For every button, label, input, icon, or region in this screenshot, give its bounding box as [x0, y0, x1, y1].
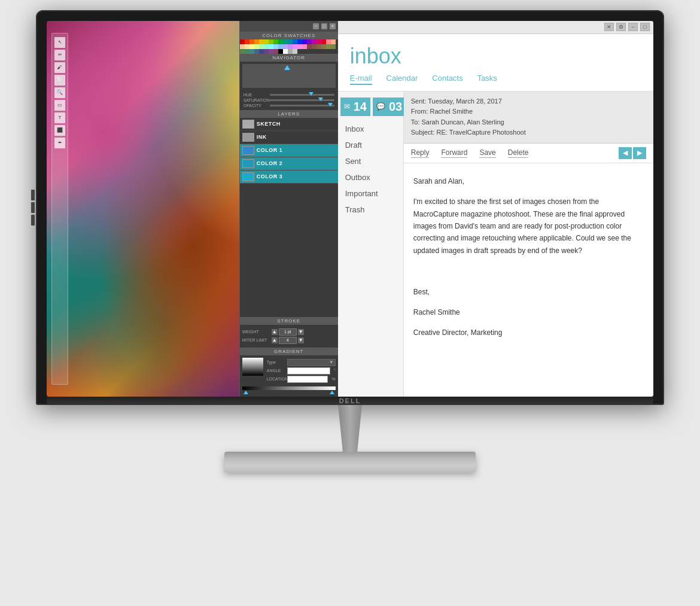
gradient-stop-right[interactable]	[330, 391, 334, 394]
side-button-3[interactable]	[31, 215, 35, 226]
swatch[interactable]	[273, 39, 278, 44]
swatch[interactable]	[302, 39, 307, 44]
miter-increment[interactable]: ▼	[298, 337, 304, 343]
location-input[interactable]	[287, 376, 328, 383]
nav-tasks[interactable]: Tasks	[477, 74, 497, 85]
swatch[interactable]	[288, 44, 293, 49]
swatch[interactable]	[254, 49, 259, 54]
minimize-button[interactable]: −	[313, 23, 319, 29]
close-window-btn[interactable]: ✕	[604, 23, 614, 31]
swatch[interactable]	[264, 39, 269, 44]
swatch[interactable]	[283, 44, 288, 49]
folder-trash[interactable]: Trash	[338, 202, 403, 218]
swatch[interactable]	[259, 49, 264, 54]
hue-thumb[interactable]	[309, 92, 314, 96]
folder-outbox[interactable]: Outbox	[338, 169, 403, 185]
folder-sent[interactable]: Sent	[338, 153, 403, 169]
swatch[interactable]	[278, 39, 283, 44]
swatch[interactable]	[264, 49, 269, 54]
swatch[interactable]	[254, 39, 259, 44]
hue-track[interactable]	[270, 94, 334, 96]
swatch[interactable]	[269, 44, 273, 49]
angle-input[interactable]	[287, 367, 330, 374]
swatch[interactable]	[259, 44, 264, 49]
swatch[interactable]	[264, 44, 269, 49]
folder-inbox[interactable]: Inbox	[338, 121, 403, 137]
layer-sketch[interactable]: SKETCH	[240, 118, 338, 131]
nav-email[interactable]: E-mail	[350, 74, 372, 85]
swatch[interactable]	[331, 39, 336, 44]
delete-button[interactable]: Delete	[508, 147, 529, 159]
swatch[interactable]	[245, 39, 249, 44]
side-button-2[interactable]	[31, 202, 35, 213]
swatch[interactable]	[240, 49, 245, 54]
forward-button[interactable]: Forward	[441, 147, 467, 159]
swatch[interactable]	[245, 44, 249, 49]
opacity-track[interactable]	[270, 105, 334, 106]
miter-input[interactable]	[279, 337, 297, 344]
settings-btn[interactable]: ⚙	[616, 23, 626, 31]
swatch[interactable]	[312, 39, 316, 44]
swatch[interactable]	[240, 44, 245, 49]
swatch[interactable]	[297, 44, 302, 49]
swatch[interactable]	[283, 39, 288, 44]
swatch[interactable]	[293, 49, 297, 54]
miter-decrement[interactable]: ▲	[272, 337, 278, 343]
folder-important[interactable]: Important	[338, 185, 403, 202]
swatch[interactable]	[273, 44, 278, 49]
swatch[interactable]	[283, 49, 288, 54]
swatch[interactable]	[331, 44, 336, 49]
weight-increment[interactable]: ▼	[298, 329, 304, 335]
swatch[interactable]	[302, 44, 307, 49]
folder-draft[interactable]: Draft	[338, 137, 403, 153]
swatch[interactable]	[326, 44, 331, 49]
swatch[interactable]	[240, 39, 245, 44]
minimize-window-btn[interactable]: −	[628, 23, 638, 31]
type-tool-icon[interactable]: T	[54, 112, 65, 123]
select-tool-icon[interactable]: ↖	[54, 37, 65, 48]
pen-tool-icon[interactable]: ✏	[54, 50, 65, 60]
swatch[interactable]	[245, 49, 249, 54]
swatch[interactable]	[321, 44, 326, 49]
swatch[interactable]	[269, 49, 273, 54]
swatch[interactable]	[249, 44, 254, 49]
save-button[interactable]: Save	[479, 147, 495, 159]
nav-calendar[interactable]: Calendar	[386, 74, 418, 85]
shape-tool-icon[interactable]: ▭	[54, 100, 65, 111]
type-select[interactable]: ▼	[287, 359, 336, 366]
swatch[interactable]	[278, 49, 283, 54]
swatch[interactable]	[249, 39, 254, 44]
layer-color2[interactable]: COLOR 2	[240, 157, 338, 170]
swatch[interactable]	[297, 39, 302, 44]
swatch[interactable]	[269, 39, 273, 44]
swatch[interactable]	[316, 44, 321, 49]
swatch[interactable]	[312, 44, 316, 49]
saturation-track[interactable]	[270, 99, 334, 101]
opacity-thumb[interactable]	[328, 103, 333, 106]
swatch[interactable]	[278, 44, 283, 49]
color-picker-icon[interactable]: ✒	[54, 138, 65, 148]
brush-tool-icon[interactable]: 🖌	[54, 62, 65, 73]
reply-button[interactable]: Reply	[411, 147, 430, 159]
layer-ink[interactable]: INK	[240, 131, 338, 144]
swatch[interactable]	[273, 49, 278, 54]
nav-contacts[interactable]: Contacts	[432, 74, 462, 85]
swatch[interactable]	[307, 44, 312, 49]
swatch[interactable]	[259, 39, 264, 44]
gradient-stop-left[interactable]	[244, 391, 248, 394]
next-email-button[interactable]: ▶	[633, 147, 646, 159]
swatch[interactable]	[316, 39, 321, 44]
close-button[interactable]: ×	[330, 23, 336, 29]
prev-email-button[interactable]: ◀	[619, 147, 632, 159]
fill-tool-icon[interactable]: ⬛	[54, 125, 65, 136]
swatch[interactable]	[321, 39, 326, 44]
swatch[interactable]	[293, 39, 297, 44]
eraser-tool-icon[interactable]: ⬜	[54, 75, 65, 86]
maximize-window-btn[interactable]: □	[640, 23, 650, 31]
swatch[interactable]	[249, 49, 254, 54]
weight-input[interactable]	[279, 328, 297, 336]
swatch[interactable]	[293, 44, 297, 49]
layer-color1[interactable]: COLOR 1	[240, 144, 338, 157]
layer-color3[interactable]: COLOR 3	[240, 170, 338, 184]
maximize-button[interactable]: □	[321, 23, 327, 29]
